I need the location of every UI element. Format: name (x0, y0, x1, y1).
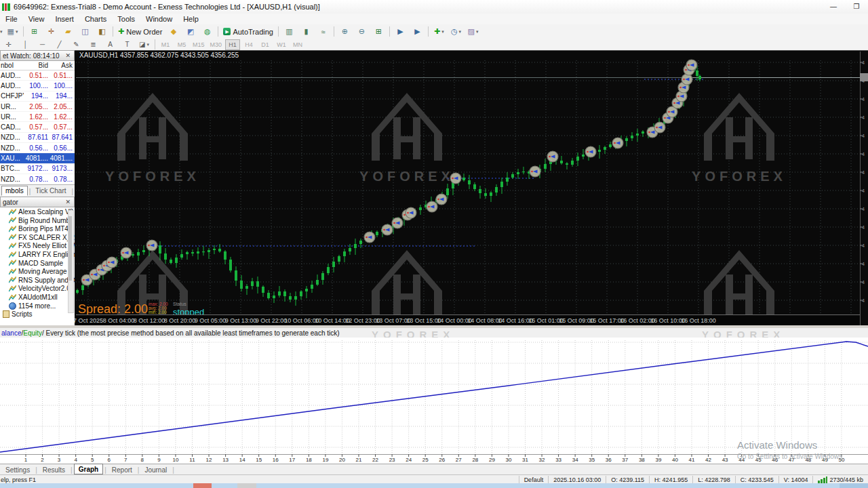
navigator-item-scripts[interactable]: Scripts (0, 310, 75, 319)
navigator-button[interactable]: ◧ (94, 25, 110, 38)
text-tool[interactable]: A (102, 38, 118, 51)
vertical-line-tool[interactable]: │ (18, 38, 33, 51)
navigator-header[interactable]: gator ✕ (0, 197, 75, 207)
column-ask[interactable]: Ask (48, 62, 73, 69)
column-bid[interactable]: Bid (24, 62, 48, 69)
shapes-tool[interactable]: ◪▾ (136, 38, 152, 51)
ask-cell: 4081.... (48, 155, 73, 162)
menu-item-window[interactable]: Window (140, 14, 178, 24)
navigator-item[interactable]: LARRY FX English (0, 250, 75, 259)
market-watch-header[interactable]: et Watch: 08:14:10 ✕ (0, 50, 75, 61)
tester-play-button[interactable]: ▶ (393, 25, 408, 38)
market-watch-column-headers[interactable]: nbol Bid Ask (0, 61, 75, 70)
navigator-item[interactable]: VelocityVector2.0 (0, 285, 75, 293)
new-order-button[interactable]: ✚New Order (116, 25, 164, 38)
profiles-button[interactable]: ▰ (60, 25, 76, 38)
chart-profile-button[interactable]: ▦▾ (5, 25, 20, 38)
navigator-item[interactable]: RNS Supply and D (0, 276, 75, 285)
market-watch-tab-tick-chart[interactable]: Tick Chart (31, 186, 70, 196)
zoom-in-button[interactable]: ⊕ (337, 25, 353, 38)
crosshair-tool[interactable]: ✛ (1, 38, 16, 51)
zoom-out-button[interactable]: ⊖ (354, 25, 370, 38)
horizontal-line-tool[interactable]: ─ (35, 38, 50, 51)
navigator-item[interactable]: Moving Average (0, 267, 75, 276)
menu-item-view[interactable]: View (23, 14, 50, 24)
candlestick-button[interactable]: ▮ (298, 25, 314, 38)
chart-window[interactable]: YOFOREXYOFOREXYOFOREXYOFOREXYOFOREXYOFOR… (75, 50, 868, 326)
maximize-button[interactable]: ❐ (848, 1, 865, 12)
taskbar-sliver[interactable] (0, 483, 868, 488)
market-watch-row[interactable]: AUD...100....100.... (0, 81, 75, 91)
channel-tool[interactable]: ≣ (85, 38, 101, 51)
new-chart-button[interactable]: ⊞ (26, 25, 42, 38)
menu-item-charts[interactable]: Charts (79, 14, 112, 24)
navigator-scrollbar[interactable] (68, 210, 74, 313)
bar-chart-button[interactable]: ▥ (281, 25, 297, 38)
timeframe-m1[interactable]: M1 (158, 39, 173, 50)
clipped-dropdown-icon[interactable]: ▾ (0, 26, 4, 37)
tester-graph-panel[interactable]: 1234567891011121314151617181920212223242… (0, 338, 868, 464)
autotrading-button[interactable]: ▶AutoTrading (221, 25, 275, 38)
navigator-item[interactable]: MACD Sample (0, 259, 75, 268)
navigator-item[interactable]: Alexa Scalping V3 (0, 207, 75, 216)
timeframe-h1[interactable]: H1 (225, 39, 240, 50)
market-watch-row[interactable]: UR...1.62...1.62... (0, 112, 75, 122)
market-watch-row[interactable]: UR...2.05...2.05... (0, 102, 75, 112)
navigator-item[interactable]: FX5 Neely Elliot W (0, 242, 75, 251)
tester-tab-journal[interactable]: Journal (140, 466, 171, 474)
market-watch-row[interactable]: NZD...0.56...0.56... (0, 143, 75, 153)
terminal-button[interactable]: ◩ (182, 25, 198, 38)
navigator-item[interactable]: Big Round Numb (0, 216, 75, 225)
periods-button[interactable]: ◷▾ (448, 25, 464, 38)
timeframe-m15[interactable]: M15 (191, 39, 207, 50)
menu-item-tools[interactable]: Tools (112, 14, 140, 24)
taskbar-item[interactable] (193, 483, 212, 488)
equity-curve-chart[interactable]: 1234567891011121314151617181920212223242… (0, 338, 868, 464)
market-watch-row[interactable]: CAD...0.57...0.57... (0, 122, 75, 132)
menu-item-insert[interactable]: Insert (50, 14, 79, 24)
crosshair-button[interactable]: ✛ (43, 25, 59, 38)
trendline-tool[interactable]: ╱ (52, 38, 67, 51)
timeframe-m30[interactable]: M30 (208, 39, 224, 50)
tester-mode-label: / Every tick (the most precise method ba… (42, 329, 340, 337)
market-watch-row[interactable]: NZD...0.78...0.78... (0, 174, 75, 184)
templates-button[interactable]: ▨▾ (465, 25, 481, 38)
market-watch-row[interactable]: BTC...9172...9173... (0, 164, 75, 174)
navigator-item[interactable]: FX SCALPER X_2.0 (0, 233, 75, 242)
tester-step-button[interactable]: ▶ (410, 25, 425, 38)
indicators-button[interactable]: ✚▾ (431, 25, 447, 38)
fibonacci-tool[interactable]: ✎ (68, 38, 84, 51)
timeframe-w1[interactable]: W1 (274, 39, 289, 50)
market-watch-tab-symbols[interactable]: mbols (1, 186, 28, 196)
line-chart-button[interactable]: ≈ (315, 25, 331, 38)
timeframe-h4[interactable]: H4 (241, 39, 256, 50)
timeframe-m5[interactable]: M5 (174, 39, 189, 50)
close-icon[interactable]: ✕ (64, 52, 72, 59)
taskbar-item[interactable] (237, 483, 256, 488)
column-symbol[interactable]: nbol (0, 62, 24, 69)
close-icon[interactable]: ✕ (64, 199, 72, 205)
tester-tab-graph[interactable]: Graph (74, 464, 103, 474)
timeframe-mn[interactable]: MN (290, 39, 305, 50)
menu-item-help[interactable]: Help (178, 14, 204, 24)
navigator-item-more[interactable]: 1154 more... (0, 302, 75, 310)
market-watch-row[interactable]: XAU...4081....4081.... (0, 153, 75, 163)
tester-tab-results[interactable]: Results (39, 466, 69, 474)
market-watch-row[interactable]: CHFJPY194...194... (0, 92, 75, 102)
tester-tab-report[interactable]: Report (108, 466, 136, 474)
navigator-item[interactable]: Boring Pips MT4_ (0, 224, 75, 233)
tile-windows-button[interactable]: ⊞ (371, 25, 387, 38)
market-watch-row[interactable]: AUD...0.51...0.51... (0, 70, 75, 81)
data-window-button[interactable]: ◫ (77, 25, 93, 38)
market-watch-row[interactable]: NZD...87.61187.641 (0, 133, 75, 143)
price-chart[interactable]: YOFOREXYOFOREXYOFOREXYOFOREXYOFOREXYOFOR… (75, 51, 868, 326)
minimize-button[interactable]: — (825, 1, 842, 12)
label-tool[interactable]: T (119, 38, 135, 51)
tester-tab-settings[interactable]: Settings (1, 466, 34, 474)
metaeditor-button[interactable]: ◆ (165, 25, 181, 38)
taskbar-item[interactable] (840, 483, 868, 488)
navigator-item[interactable]: XAUdotM1xll (0, 293, 75, 302)
help-globe-button[interactable]: ◍ (199, 25, 215, 38)
timeframe-d1[interactable]: D1 (258, 39, 273, 50)
menu-item-file[interactable]: File (0, 14, 23, 24)
